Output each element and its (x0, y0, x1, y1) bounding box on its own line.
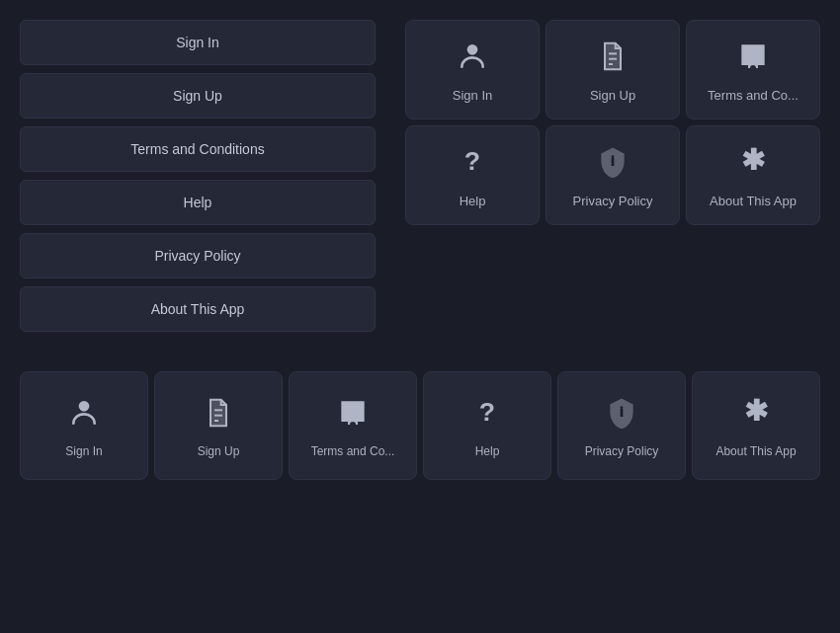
person-icon (457, 40, 488, 76)
top-section: Sign InSign UpTerms and ConditionsHelpPr… (20, 20, 820, 332)
svg-point-14 (621, 406, 624, 409)
svg-text:?: ? (479, 397, 495, 427)
sign-in-list-button[interactable]: Sign In (20, 20, 376, 65)
card-label: About This App (710, 194, 797, 208)
card-label: Help (460, 194, 486, 208)
card-label: Terms and Co... (311, 444, 395, 458)
sign-in-grid-card[interactable]: Sign In (405, 20, 540, 119)
question-icon: ? (457, 146, 488, 182)
about-grid-card[interactable]: ✱ About This App (686, 125, 820, 225)
help-list-button[interactable]: Help (20, 180, 376, 225)
card-label: Help (475, 444, 500, 458)
person-icon (68, 397, 100, 433)
question-icon: ? (471, 397, 503, 433)
privacy-grid-card[interactable]: Privacy Policy (546, 125, 680, 225)
about-bottom-card[interactable]: ✱ About This App (692, 371, 820, 480)
card-label: Sign In (65, 444, 102, 458)
svg-text:✱: ✱ (744, 397, 768, 427)
terms-list-button[interactable]: Terms and Conditions (20, 126, 376, 172)
card-label: Sign In (453, 88, 492, 103)
sign-up-list-button[interactable]: Sign Up (20, 73, 376, 119)
icon-grid-panel: Sign In Sign Up Terms and Co... ? Help P… (405, 20, 820, 225)
terms-bottom-card[interactable]: Terms and Co... (289, 371, 417, 480)
book-icon (737, 40, 769, 76)
terms-grid-card[interactable]: Terms and Co... (686, 20, 820, 119)
card-label: Sign Up (198, 444, 240, 458)
document-icon (597, 40, 629, 76)
asterisk-icon: ✱ (737, 146, 769, 182)
help-grid-card[interactable]: ? Help (405, 125, 540, 225)
svg-point-6 (612, 155, 615, 158)
list-buttons-panel: Sign InSign UpTerms and ConditionsHelpPr… (20, 20, 376, 332)
svg-point-0 (467, 44, 478, 55)
card-label: Privacy Policy (585, 444, 659, 458)
sign-up-bottom-card[interactable]: Sign Up (154, 371, 283, 480)
card-label: Sign Up (590, 88, 635, 103)
svg-text:✱: ✱ (741, 146, 765, 176)
main-container: Sign InSign UpTerms and ConditionsHelpPr… (0, 0, 840, 500)
sign-up-grid-card[interactable]: Sign Up (546, 20, 680, 119)
book-icon (337, 397, 369, 433)
privacy-bottom-card[interactable]: Privacy Policy (557, 371, 686, 480)
asterisk-icon: ✱ (740, 397, 772, 433)
about-list-button[interactable]: About This App (20, 286, 376, 332)
shield-icon (597, 146, 629, 182)
sign-in-bottom-card[interactable]: Sign In (20, 371, 148, 480)
bottom-row-panel: Sign In Sign Up Terms and Co... ? Help P… (20, 371, 820, 480)
shield-icon (606, 397, 637, 433)
help-bottom-card[interactable]: ? Help (423, 371, 551, 480)
svg-text:?: ? (464, 146, 480, 176)
document-icon (203, 397, 234, 433)
svg-point-8 (79, 401, 90, 412)
card-label: About This App (715, 444, 796, 458)
privacy-list-button[interactable]: Privacy Policy (20, 233, 376, 278)
card-label: Privacy Policy (573, 194, 653, 208)
card-label: Terms and Co... (708, 88, 798, 103)
